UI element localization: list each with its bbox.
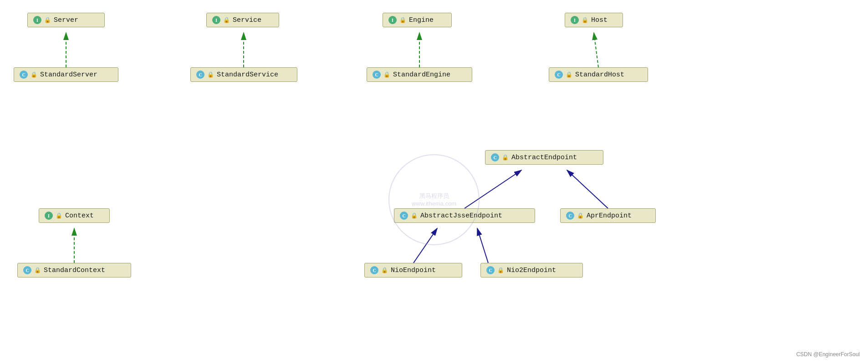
icon-c-standardcontext: C: [23, 266, 31, 274]
box-host: I 🔒 Host: [565, 13, 623, 27]
lock-icon-abstractendpoint: 🔒: [502, 154, 509, 161]
label-standard-server: StandardServer: [40, 71, 97, 79]
icon-i-host: I: [571, 16, 579, 24]
label-standard-engine: StandardEngine: [393, 71, 450, 79]
label-abstract-endpoint: AbstractEndpoint: [511, 154, 577, 161]
label-apr-endpoint: AprEndpoint: [587, 212, 632, 220]
watermark-text: CSDN @EngineerForSoul: [796, 351, 860, 358]
label-abstract-jsse-endpoint: AbstractJsseEndpoint: [420, 212, 502, 220]
svg-line-6: [567, 170, 608, 208]
icon-c-standardengine: C: [373, 71, 381, 79]
lock-icon-nioendpoint: 🔒: [381, 267, 388, 274]
lock-icon-server: 🔒: [44, 17, 51, 24]
icon-c-standardservice: C: [196, 71, 204, 79]
label-nio2-endpoint: Nio2Endpoint: [507, 267, 556, 274]
box-apr-endpoint: C 🔒 AprEndpoint: [560, 208, 656, 223]
label-standard-context: StandardContext: [44, 267, 105, 274]
lock-icon-standardcontext: 🔒: [34, 267, 41, 274]
icon-c-standardserver: C: [20, 71, 28, 79]
label-nio-endpoint: NioEndpoint: [391, 267, 436, 274]
label-host: Host: [591, 16, 608, 24]
box-standard-context: C 🔒 StandardContext: [17, 263, 131, 277]
box-service: I 🔒 Service: [206, 13, 279, 27]
box-standard-server: C 🔒 StandardServer: [14, 67, 118, 82]
label-service: Service: [233, 16, 261, 24]
svg-line-5: [465, 170, 521, 208]
box-abstract-endpoint: C 🔒 AbstractEndpoint: [485, 150, 603, 165]
lock-icon-aprendpoint: 🔒: [577, 212, 584, 219]
icon-c-abstractjsseendpoint: C: [400, 212, 408, 220]
icon-i-service: I: [212, 16, 220, 24]
lock-icon-context: 🔒: [56, 212, 62, 219]
icon-c-aprendpoint: C: [566, 212, 574, 220]
box-engine: I 🔒 Engine: [383, 13, 452, 27]
lock-icon-standardhost: 🔒: [566, 71, 572, 78]
box-nio-endpoint: C 🔒 NioEndpoint: [364, 263, 462, 277]
svg-line-7: [414, 228, 437, 263]
box-context: I 🔒 Context: [39, 208, 110, 223]
icon-c-abstractendpoint: C: [491, 153, 499, 161]
label-standard-service: StandardService: [217, 71, 278, 79]
icon-c-nioendpoint: C: [370, 266, 378, 274]
box-server: I 🔒 Server: [27, 13, 105, 27]
icon-i-engine: I: [388, 16, 397, 24]
label-context: Context: [65, 212, 94, 220]
lock-icon-engine: 🔒: [399, 17, 406, 24]
icon-i-server: I: [33, 16, 41, 24]
lock-icon-standardengine: 🔒: [383, 71, 390, 78]
lock-icon-standardservice: 🔒: [207, 71, 214, 78]
svg-line-3: [594, 33, 598, 67]
box-nio2-endpoint: C 🔒 Nio2Endpoint: [480, 263, 583, 277]
lock-icon-standardserver: 🔒: [31, 71, 37, 78]
icon-i-context: I: [45, 212, 53, 220]
icon-c-standardhost: C: [555, 71, 563, 79]
lock-icon-host: 🔒: [582, 17, 588, 24]
watermark-circle: 黑马程序员www.ithema.com: [388, 154, 480, 245]
box-standard-engine: C 🔒 StandardEngine: [367, 67, 472, 82]
box-standard-host: C 🔒 StandardHost: [549, 67, 648, 82]
lock-icon-nio2endpoint: 🔒: [497, 267, 504, 274]
box-abstract-jsse-endpoint: C 🔒 AbstractJsseEndpoint: [394, 208, 535, 223]
diagram-container: I 🔒 Server C 🔒 StandardServer I 🔒 Servic…: [0, 0, 868, 363]
box-standard-service: C 🔒 StandardService: [190, 67, 297, 82]
label-engine: Engine: [409, 16, 434, 24]
icon-c-nio2endpoint: C: [486, 266, 495, 274]
label-standard-host: StandardHost: [575, 71, 624, 79]
lock-icon-service: 🔒: [223, 17, 230, 24]
lock-icon-abstractjsseendpoint: 🔒: [411, 212, 418, 219]
label-server: Server: [54, 16, 78, 24]
svg-line-8: [477, 228, 488, 263]
arrows-svg: [0, 0, 868, 363]
